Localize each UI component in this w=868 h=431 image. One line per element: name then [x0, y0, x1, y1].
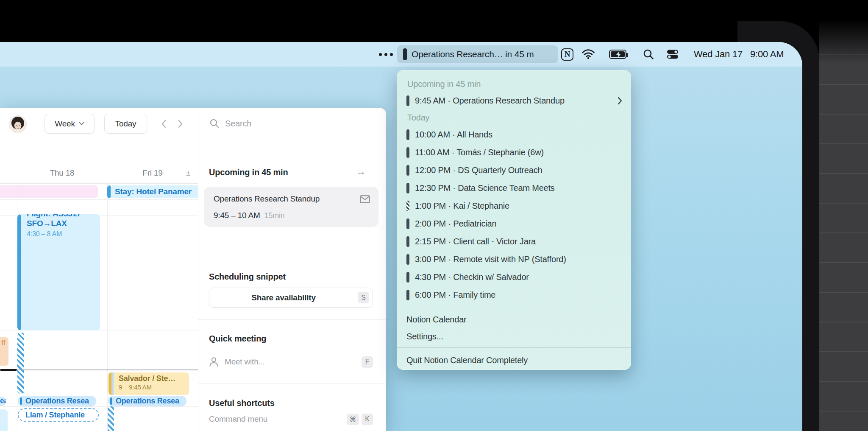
card-time: 9:45 – 10 AM15min: [214, 211, 370, 220]
card-title: Operations Research Standup: [214, 194, 360, 204]
event-color-bar: [17, 214, 21, 330]
arrow-right-icon[interactable]: →: [356, 166, 366, 177]
event-label: 2:15 PM · Client call - Victor Jara: [415, 237, 536, 246]
column-line-thu-fri: [107, 183, 108, 431]
event-flight[interactable]: Flight: AS3317 SFO→LAX 4:30 – 8 AM: [17, 214, 100, 330]
cmd-key: ⌘: [347, 414, 359, 425]
event-ops-pill-fri[interactable]: Operations Resea: [108, 396, 186, 406]
event-ops-pill-thu[interactable]: Operations Resea: [18, 396, 96, 406]
event-bar-icon: [406, 183, 409, 193]
share-shortcut-key: S: [358, 292, 369, 303]
dropdown-event[interactable]: 11:00 AM · Tomás / Stephanie (6w): [397, 143, 631, 161]
event-blue-partial[interactable]: [0, 409, 8, 431]
view-selector-label: Week: [55, 119, 75, 129]
dropdown-event[interactable]: 2:15 PM · Client call - Victor Jara: [397, 232, 631, 250]
menubar-notion-calendar-item[interactable]: Operations Research… in 45 m: [397, 45, 558, 63]
event-color-bar: [107, 185, 111, 198]
allday-separator: [0, 183, 198, 184]
event-color-bar: [108, 372, 111, 395]
event-striped-thu[interactable]: [17, 333, 24, 394]
event-label: 12:00 PM · DS Quarterly Outreach: [415, 165, 542, 175]
notion-app-icon[interactable]: N: [561, 42, 573, 67]
event-label: 12:30 PM · Data Science Team Meets: [415, 183, 555, 193]
dropdown-event[interactable]: 3:00 PM · Remote visit with NP (Stafford…: [397, 250, 631, 268]
event-bar-icon: [406, 218, 409, 229]
event-bar-icon: [406, 254, 409, 265]
menu-item-notion-calendar[interactable]: Notion Calendar: [397, 311, 631, 328]
shortcuts-header: Useful shortcuts: [209, 398, 275, 408]
k-key: K: [362, 414, 373, 425]
person-icon: [209, 357, 219, 367]
next-week-icon[interactable]: [176, 119, 184, 129]
dropdown-event[interactable]: 6:00 PM · Family time: [397, 286, 631, 304]
prev-week-icon[interactable]: [160, 119, 168, 129]
menu-bar: Operations Research… in 45 m N: [0, 42, 802, 67]
search-input[interactable]: Search: [209, 118, 251, 129]
meet-with-placeholder: Meet with...: [225, 357, 356, 367]
dropdown-upcoming-event[interactable]: 9:45 AM · Operations Research Standup: [397, 92, 631, 109]
upcoming-event-label: 9:45 AM · Operations Research Standup: [415, 96, 565, 106]
command-menu-row[interactable]: Command menu ⌘ K: [209, 413, 373, 425]
event-bar-icon: [406, 290, 409, 300]
dropdown-event[interactable]: 10:00 AM · All Hands: [397, 126, 631, 143]
background-wall: [819, 0, 868, 431]
wifi-icon[interactable]: [581, 42, 595, 67]
dropdown-event[interactable]: 4:30 PM · Checkin w/ Salvador: [397, 268, 631, 286]
view-selector-button[interactable]: Week: [45, 114, 95, 134]
dropdown-event[interactable]: 2:00 PM · Pediatrician: [397, 215, 631, 232]
event-secondary-bar: [111, 372, 114, 395]
search-icon: [209, 118, 220, 129]
menu-item-settings[interactable]: Settings...: [397, 328, 631, 345]
scheduling-header: Scheduling snippet: [209, 272, 286, 282]
event-label: 2:00 PM · Pediatrician: [415, 219, 496, 229]
control-center-icon[interactable]: [666, 42, 679, 67]
menu-item-quit[interactable]: Quit Notion Calendar Completely: [397, 352, 631, 369]
event-salvador[interactable]: Salvador / Ste… 9 – 9:45 AM: [108, 372, 189, 395]
menubar-date: Wed Jan 17: [694, 49, 743, 60]
chevron-down-icon: [79, 122, 84, 126]
dropdown-event-list: 10:00 AM · All Hands11:00 AM · Tomás / S…: [397, 126, 631, 304]
menubar-overflow-icon[interactable]: [379, 42, 393, 67]
menubar-time: 9:00 AM: [750, 49, 784, 60]
event-label: 6:00 PM · Family time: [415, 290, 495, 300]
share-availability-button[interactable]: Share availability S: [209, 288, 373, 308]
avatar[interactable]: [9, 115, 27, 133]
command-menu-label: Command menu: [209, 414, 347, 424]
day-header-thu[interactable]: Thu 18: [17, 168, 107, 178]
meet-with-input[interactable]: Meet with... F: [209, 353, 373, 370]
event-color-bar: [110, 397, 112, 405]
email-icon[interactable]: [360, 195, 370, 203]
dropdown-event[interactable]: 12:30 PM · Data Science Team Meets: [397, 179, 631, 197]
timezone-toggle[interactable]: ±: [183, 168, 193, 178]
event-bar-icon: [406, 129, 409, 140]
all-day-event-stay[interactable]: Stay: Hotel Panamer: [107, 185, 198, 198]
event-bar-icon: [406, 147, 409, 158]
notion-calendar-menu-dropdown: Upcoming in 45 min 9:45 AM · Operations …: [397, 70, 631, 370]
dropdown-upcoming-header: Upcoming in 45 min: [397, 76, 631, 92]
battery-charging-icon[interactable]: [609, 42, 626, 67]
upcoming-header: Upcoming in 45 min: [209, 168, 288, 177]
spotlight-search-icon[interactable]: [643, 42, 654, 67]
event-bar-icon: [406, 95, 409, 106]
upcoming-event-card[interactable]: Operations Research Standup 9:45 – 10 AM…: [204, 187, 378, 227]
event-label: 4:30 PM · Checkin w/ Salvador: [415, 272, 529, 282]
event-ops-pill-partial[interactable]: ea: [0, 397, 6, 406]
all-day-event-pink[interactable]: [0, 185, 98, 198]
event-bar-icon: [403, 48, 407, 60]
event-bar-icon: [406, 201, 409, 211]
event-striped-fri[interactable]: [108, 406, 114, 431]
menubar-clock[interactable]: Wed Jan 179:00 AM: [694, 42, 784, 67]
dropdown-event[interactable]: 1:00 PM · Kai / Stephanie: [397, 197, 631, 215]
menubar-upcoming-label: Operations Research… in 45 m: [412, 49, 534, 59]
sidebar-divider: [198, 108, 198, 431]
dropdown-event[interactable]: 12:00 PM · DS Quarterly Outreach: [397, 161, 631, 179]
event-label: 3:00 PM · Remote visit with NP (Stafford…: [415, 255, 566, 264]
today-button[interactable]: Today: [104, 114, 147, 134]
card-duration: 15min: [264, 211, 285, 220]
event-liam[interactable]: Liam / Stephanie: [18, 408, 99, 422]
event-color-bar: [20, 397, 22, 405]
event-bar-icon: [406, 272, 409, 283]
event-orange-partial[interactable]: ff: [0, 337, 8, 366]
chevron-right-icon: [618, 97, 622, 105]
event-label: 10:00 AM · All Hands: [415, 130, 492, 140]
